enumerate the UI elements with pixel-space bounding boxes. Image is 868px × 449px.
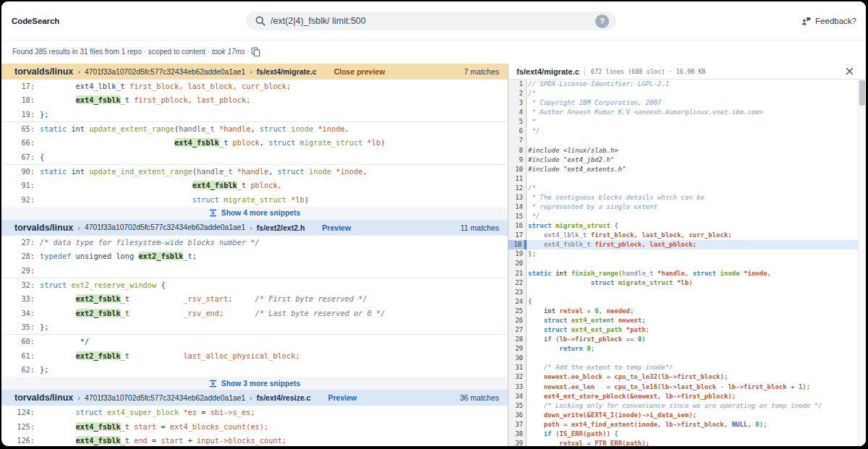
- repo-name[interactable]: torvalds/linux: [14, 223, 73, 233]
- preview-line[interactable]: 10#include "ext4_extents.h": [509, 165, 866, 174]
- preview-line-number: 10: [509, 165, 527, 174]
- preview-line[interactable]: 23: [509, 288, 866, 297]
- snippet-line[interactable]: 19:};: [1, 108, 508, 121]
- preview-line[interactable]: 6 */: [509, 127, 866, 136]
- snippet-line[interactable]: 92: struct migrate_struct *lb): [1, 193, 508, 207]
- file-path[interactable]: fs/ext4/migrate.c: [257, 67, 317, 76]
- preview-line-code: #include "ext4_extents.h": [527, 165, 866, 174]
- preview-line[interactable]: 32 newext.ee_block = cpu_to_le32(lb->fir…: [509, 372, 866, 382]
- preview-button[interactable]: Preview: [322, 223, 351, 232]
- snippet-line[interactable]: 124: struct ext4_super_block *es = sbi->…: [1, 406, 508, 419]
- preview-line[interactable]: 19};: [509, 249, 866, 259]
- preview-scrollbar-thumb[interactable]: [859, 80, 865, 106]
- feedback-label: Feedback?: [815, 17, 856, 25]
- commit-hash[interactable]: 4701f33a10702d5fc577c32434eb62adde0a1ae1: [85, 394, 245, 402]
- preview-line[interactable]: 24{: [509, 297, 866, 307]
- snippet-line[interactable]: 34: ext2_fsblk_t _rsv_end; /* Last byte …: [1, 307, 508, 320]
- snippet-line[interactable]: 28:typedef unsigned long ext2_fsblk_t;: [1, 249, 508, 263]
- search-box[interactable]: ?: [246, 12, 616, 30]
- preview-line[interactable]: 34 ext4_ext_store_pblock(&newext, lb->fi…: [509, 392, 866, 401]
- snippet-line[interactable]: 91: ext4_fsblk_t pblock,: [1, 179, 508, 192]
- line-code: static int update_extent_range(handle_t …: [35, 122, 349, 136]
- snippet-line[interactable]: 32:struct ext2_reserve_window {: [1, 278, 508, 292]
- line-code: ext2_fsblk_t _rsv_end; /* Last byte rese…: [35, 307, 385, 320]
- preview-line[interactable]: 13 * The contiguous blocks details which…: [509, 193, 866, 202]
- preview-line[interactable]: 22 struct migrate_struct *lb): [509, 278, 866, 288]
- snippet-line[interactable]: 35:};: [1, 320, 508, 334]
- preview-line[interactable]: 12/*: [509, 184, 866, 193]
- preview-line[interactable]: 14 * represented by a single extent: [509, 202, 866, 212]
- search-input[interactable]: [271, 16, 595, 26]
- preview-line-number: 28: [509, 335, 527, 344]
- snippet-line[interactable]: 33: ext2_fsblk_t _rsv_start; /* First by…: [1, 292, 508, 306]
- preview-line[interactable]: 37 path = ext4_find_extent(inode, lb->fi…: [509, 420, 866, 429]
- snippet-line[interactable]: 125: ext4_fsblk_t start = ext4_blocks_co…: [1, 420, 508, 434]
- snippet-line[interactable]: 61: ext2_fsblk_t last_alloc_physical_blo…: [1, 349, 508, 363]
- preview-line[interactable]: 11: [509, 174, 866, 184]
- snippet-line[interactable]: 18: ext4_fsblk_t first_pblock, last_pblo…: [1, 93, 508, 107]
- snippet-line[interactable]: 60: */: [1, 335, 508, 348]
- commit-hash[interactable]: 4701f33a10702d5fc577c32434eb62adde0a1ae1: [85, 68, 245, 76]
- snippet-line[interactable]: 66: ext4_fsblk_t pblock, struct migrate_…: [1, 136, 508, 150]
- preview-line[interactable]: 27 struct ext4_ext_path *path;: [509, 325, 866, 335]
- code-token-or: *lb: [677, 279, 689, 286]
- preview-line[interactable]: 18 ext4_fsblk_t first_pblock, last_pbloc…: [509, 240, 866, 249]
- code-token-gr: update_ind_extent_range: [89, 167, 192, 176]
- snippet-line[interactable]: 65:static int update_extent_range(handle…: [1, 122, 508, 136]
- snippet-line[interactable]: 17: ext4_lblk_t first_block, last_block,…: [1, 80, 508, 93]
- app-title: CodeSearch: [12, 1, 59, 40]
- preview-code: 1// SPDX-License-Identifier: LGPL-2.12/*…: [509, 80, 866, 446]
- preview-line[interactable]: 31 /* Add the extent to temp inode*/: [509, 363, 866, 372]
- preview-line[interactable]: 30: [509, 354, 866, 363]
- preview-line[interactable]: 36 down_write(&EXT4_I(inode)->i_data_sem…: [509, 411, 866, 420]
- preview-line-number: 22: [509, 278, 527, 288]
- snippet-line[interactable]: 29:: [1, 264, 508, 278]
- expand-snippets-icon: [209, 380, 217, 388]
- preview-line[interactable]: 28 if (lb->first_pblock == 0): [509, 335, 866, 344]
- commit-hash[interactable]: 4701f33a10702d5fc577c32434eb62adde0a1ae1: [85, 223, 245, 231]
- preview-line[interactable]: 9#include "ext4_jbd2.h": [509, 155, 866, 165]
- preview-line[interactable]: 8#include <linux/slab.h>: [509, 146, 866, 155]
- show-more-snippets[interactable]: Show 4 more snippets: [1, 207, 508, 220]
- preview-line[interactable]: 7: [509, 136, 866, 145]
- snippet-line[interactable]: 126: ext4_fsblk_t end = start + input->b…: [1, 434, 508, 446]
- preview-line[interactable]: 39 retval = PTR_ERR(path);: [509, 439, 866, 446]
- preview-scrollbar[interactable]: [858, 80, 866, 446]
- code-token-pl: -: [716, 383, 728, 390]
- snippet-line[interactable]: 90:static int update_ind_extent_range(ha…: [1, 165, 508, 179]
- preview-line[interactable]: 17 ext4_lblk_t first_block, last_block, …: [509, 231, 866, 240]
- close-preview-icon[interactable]: [846, 67, 854, 75]
- snippet-line[interactable]: 62:};: [1, 363, 508, 377]
- file-path[interactable]: fs/ext4/resize.c: [257, 393, 311, 402]
- help-icon[interactable]: ?: [595, 14, 609, 28]
- preview-line[interactable]: 2/*: [509, 89, 866, 98]
- preview-line[interactable]: 38 if (IS_ERR(path)) {: [509, 429, 866, 439]
- preview-line[interactable]: 21static int finish_range(handle_t *hand…: [509, 269, 866, 278]
- preview-line-code: ext4_fsblk_t first_pblock, last_pblock;: [527, 240, 866, 249]
- show-more-snippets[interactable]: Show 3 more snippets: [1, 377, 508, 390]
- preview-line[interactable]: 35 /* Locking only for convenience since…: [509, 401, 866, 411]
- preview-line[interactable]: 1// SPDX-License-Identifier: LGPL-2.1: [509, 80, 866, 89]
- preview-line[interactable]: 29 return 0;: [509, 344, 866, 354]
- copy-icon[interactable]: [251, 47, 260, 56]
- preview-button[interactable]: Preview: [328, 393, 357, 402]
- close-button[interactable]: Close preview: [334, 67, 386, 76]
- snippet-line[interactable]: 27:/* data type for filesystem-wide bloc…: [1, 236, 508, 249]
- repo-name[interactable]: torvalds/linux: [14, 67, 73, 77]
- preview-line[interactable]: 25 int retval = 0, needed;: [509, 307, 866, 316]
- preview-line[interactable]: 5 *: [509, 117, 866, 127]
- feedback-button[interactable]: Feedback?: [801, 1, 856, 40]
- preview-line[interactable]: 20: [509, 259, 866, 268]
- file-path[interactable]: fs/ext2/ext2.h: [257, 223, 305, 232]
- preview-line[interactable]: 26 struct ext4_extent newext;: [509, 316, 866, 325]
- preview-line[interactable]: 33 newext.ee_len = cpu_to_le16(lb->last_…: [509, 382, 866, 392]
- code-token-cm: * The contiguous blocks details which ca…: [528, 194, 705, 201]
- preview-line-code: struct migrate_struct *lb): [527, 278, 866, 288]
- file-header: torvalds/linux›4701f33a10702d5fc577c3243…: [1, 220, 508, 236]
- repo-name[interactable]: torvalds/linux: [14, 393, 73, 403]
- preview-line[interactable]: 15 */: [509, 212, 866, 221]
- preview-line[interactable]: 16struct migrate_struct {: [509, 221, 866, 231]
- preview-line[interactable]: 3 * Copyright IBM Corporation, 2007: [509, 98, 866, 108]
- preview-line[interactable]: 4 * Author Aneesh Kumar K.V <aneesh.kuma…: [509, 108, 866, 117]
- snippet-line[interactable]: 67:{: [1, 150, 508, 164]
